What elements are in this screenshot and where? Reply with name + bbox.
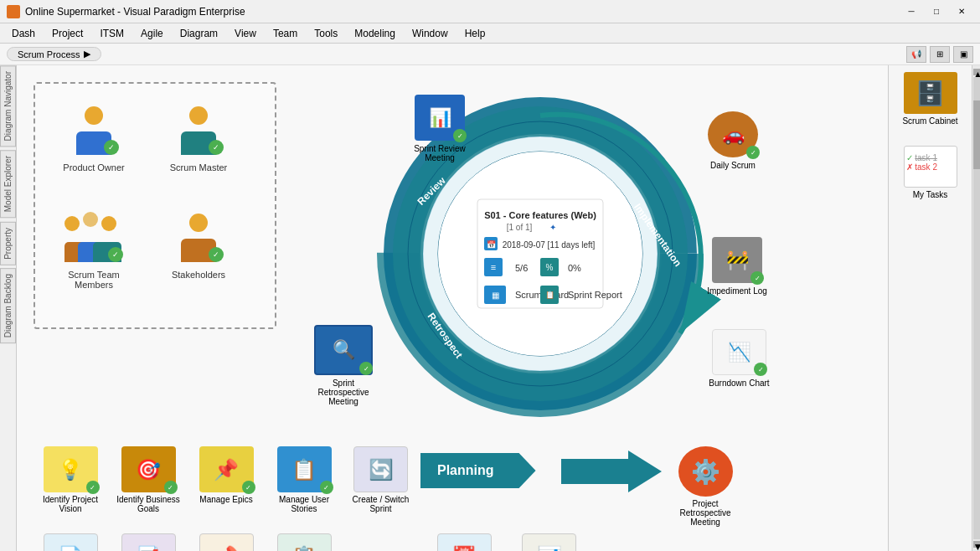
svg-marker-30 bbox=[561, 451, 662, 492]
svg-text:≡: ≡ bbox=[491, 262, 496, 272]
tab-model-explorer[interactable]: Model Explorer bbox=[0, 150, 16, 218]
titlebar-left: Online Supermarket - Visual Paradigm Ent… bbox=[7, 5, 245, 18]
scrum-cabinet-item[interactable]: 🗄️ Scrum Cabinet bbox=[893, 69, 968, 129]
menu-dash[interactable]: Dash bbox=[3, 26, 44, 41]
sprint-review-label: Sprint Review Meeting bbox=[402, 144, 477, 162]
svg-text:%: % bbox=[546, 263, 554, 272]
menu-diagram[interactable]: Diagram bbox=[172, 26, 226, 41]
menu-window[interactable]: Window bbox=[404, 26, 456, 41]
prioritized-use-cases[interactable]: 📑 Prioritized Use Cases bbox=[111, 533, 185, 551]
left-panel-tabs: Diagram Navigator Model Explorer Propert… bbox=[0, 65, 17, 551]
prioritized-user-stories[interactable]: 📋 Prioritized User Stories bbox=[267, 533, 341, 551]
svg-text:[1 of 1]: [1 of 1] bbox=[507, 223, 533, 232]
manage-epics[interactable]: 📌 ✓ Manage Epics bbox=[189, 446, 263, 504]
burndown-chart[interactable]: 📉 ✓ Burndown Chart bbox=[699, 329, 779, 388]
daily-scrum[interactable]: 🚗 ✓ Daily Scrum bbox=[695, 111, 771, 170]
tool-btn-2[interactable]: ⊞ bbox=[930, 46, 950, 63]
svg-text:▦: ▦ bbox=[492, 291, 499, 300]
sprint-planning-meeting[interactable]: 📅 ✓ Sprint Planning Meeting bbox=[427, 533, 501, 551]
impediment-log[interactable]: 🚧 ✓ Impediment Log bbox=[699, 237, 775, 296]
breadcrumb-label: Scrum Process bbox=[18, 49, 80, 59]
svg-text:5/6: 5/6 bbox=[515, 263, 528, 273]
right-big-arrow bbox=[561, 451, 662, 495]
planning-row: 💡 ✓ Identify Project Vision 🎯 ✓ Identify… bbox=[34, 446, 838, 551]
svg-text:2018-09-07 [11 days left]: 2018-09-07 [11 days left] bbox=[503, 240, 596, 250]
create-switch-sprint-label: Create / Switch Sprint bbox=[345, 495, 416, 513]
menu-project[interactable]: Project bbox=[44, 26, 91, 41]
my-tasks-item[interactable]: ✓ task 1 ✗ task 2 ───── My Tasks bbox=[893, 142, 968, 203]
scrum-team-members[interactable]: ✓ Scrum Team Members bbox=[48, 208, 140, 290]
manage-epics-label: Manage Epics bbox=[199, 495, 252, 504]
minimize-button[interactable]: ─ bbox=[900, 3, 923, 20]
svg-text:Sprint Report: Sprint Report bbox=[568, 290, 622, 300]
breadcrumb[interactable]: Scrum Process ▶ bbox=[7, 47, 101, 61]
svg-text:✦: ✦ bbox=[549, 223, 556, 232]
scrum-master-icon: ✓ bbox=[169, 100, 228, 159]
svg-text:📋: 📋 bbox=[545, 290, 555, 300]
scrum-team-members-label: Scrum Team Members bbox=[48, 270, 140, 290]
canvas-area[interactable]: ✓ Product Owner ✓ Scrum Master bbox=[17, 65, 888, 551]
menu-help[interactable]: Help bbox=[456, 26, 494, 41]
identify-business-goals[interactable]: 🎯 ✓ Identify Business Goals bbox=[111, 446, 185, 513]
identify-project-vision[interactable]: 💡 ✓ Identify Project Vision bbox=[34, 446, 107, 513]
sprint-review-meeting[interactable]: 📊 ✓ Sprint Review Meeting bbox=[402, 95, 477, 162]
scrum-master[interactable]: ✓ Scrum Master bbox=[161, 100, 236, 173]
product-owner-label: Product Owner bbox=[63, 162, 124, 173]
titlebar: Online Supermarket - Visual Paradigm Ent… bbox=[0, 0, 980, 23]
tab-property[interactable]: Property bbox=[0, 222, 16, 265]
stakeholders[interactable]: ✓ Stakeholders bbox=[161, 208, 236, 280]
titlebar-controls: ─ □ ✕ bbox=[900, 3, 973, 20]
identify-business-goals-label: Identify Business Goals bbox=[111, 495, 185, 513]
my-tasks-icon: ✓ task 1 ✗ task 2 ───── bbox=[904, 146, 957, 188]
product-owner[interactable]: ✓ Product Owner bbox=[56, 100, 132, 173]
create-switch-sprint[interactable]: 🔄 Create / Switch Sprint bbox=[345, 446, 416, 513]
scroll-track-v bbox=[973, 77, 980, 539]
menu-modeling[interactable]: Modeling bbox=[346, 26, 404, 41]
app-icon bbox=[7, 5, 20, 18]
scrum-cabinet-label: Scrum Cabinet bbox=[902, 116, 957, 126]
project-retrospective-label: Project Retrospective Meeting bbox=[666, 499, 745, 527]
main-layout: Diagram Navigator Model Explorer Propert… bbox=[0, 65, 980, 551]
maximize-button[interactable]: □ bbox=[925, 3, 948, 20]
impediment-log-label: Impediment Log bbox=[707, 286, 767, 296]
scroll-up-btn[interactable]: ▲ bbox=[973, 69, 980, 75]
menu-itsm[interactable]: ITSM bbox=[91, 26, 132, 41]
right-panel: 🗄️ Scrum Cabinet ✓ task 1 ✗ task 2 ─────… bbox=[888, 65, 972, 551]
my-tasks-label: My Tasks bbox=[913, 190, 948, 199]
project-vision[interactable]: 📄 Project Vision bbox=[34, 533, 107, 551]
sprint-cycle-container: Review Implementation Retrospect S01 - C… bbox=[302, 70, 779, 446]
svg-text:0%: 0% bbox=[568, 263, 581, 273]
sprint-bottom-row: 📅 ✓ Sprint Planning Meeting 📊 ✓ Sprint bbox=[427, 533, 585, 551]
breadcrumb-bar: Scrum Process ▶ 📢 ⊞ ▣ bbox=[0, 44, 980, 65]
sprint-retrospective-meeting[interactable]: 🔍 ✓ Sprint Retrospective Meeting bbox=[306, 325, 381, 406]
burndown-chart-label: Burndown Chart bbox=[709, 378, 769, 388]
identify-project-vision-label: Identify Project Vision bbox=[34, 495, 107, 513]
tool-btn-1[interactable]: 📢 bbox=[906, 46, 926, 63]
manage-user-stories[interactable]: 📋 ✓ Manage User Stories bbox=[267, 446, 341, 513]
app-title: Online Supermarket - Visual Paradigm Ent… bbox=[25, 6, 245, 18]
menu-agile[interactable]: Agile bbox=[132, 26, 172, 41]
scroll-thumb-v[interactable] bbox=[973, 100, 980, 170]
scrum-team-members-icon: ✓ bbox=[64, 208, 123, 266]
scrum-master-label: Scrum Master bbox=[170, 162, 227, 173]
planning-arrow-label: Planning bbox=[420, 453, 536, 488]
planning-sub-row: 📄 Project Vision 📑 Prioritized Use Cases bbox=[34, 533, 838, 551]
breadcrumb-arrow: ▶ bbox=[84, 49, 90, 59]
menu-team[interactable]: Team bbox=[265, 26, 306, 41]
close-button[interactable]: ✕ bbox=[950, 3, 973, 20]
manage-user-stories-label: Manage User Stories bbox=[267, 495, 341, 513]
project-retrospective-meeting[interactable]: ⚙️ Project Retrospective Meeting bbox=[666, 446, 745, 527]
menu-view[interactable]: View bbox=[226, 26, 265, 41]
planning-arrow-item[interactable]: Planning bbox=[420, 453, 536, 488]
tab-diagram-backlog[interactable]: Diagram Backlog bbox=[0, 268, 16, 343]
breadcrumb-tools: 📢 ⊞ ▣ bbox=[906, 46, 973, 63]
tab-diagram-navigator[interactable]: Diagram Navigator bbox=[0, 65, 16, 147]
sprint-backlog[interactable]: 📊 ✓ Sprint Backlog bbox=[513, 533, 585, 551]
prioritized-epics[interactable]: 📌 Prioritized Epics bbox=[189, 533, 263, 551]
menu-tools[interactable]: Tools bbox=[306, 26, 346, 41]
scroll-down-btn[interactable]: ▼ bbox=[973, 541, 980, 548]
sprint-retrospective-label: Sprint Retrospective Meeting bbox=[306, 378, 381, 406]
vertical-scrollbar[interactable]: ▲ ▼ bbox=[972, 65, 980, 551]
stakeholders-label: Stakeholders bbox=[172, 270, 225, 280]
tool-btn-3[interactable]: ▣ bbox=[953, 46, 973, 63]
